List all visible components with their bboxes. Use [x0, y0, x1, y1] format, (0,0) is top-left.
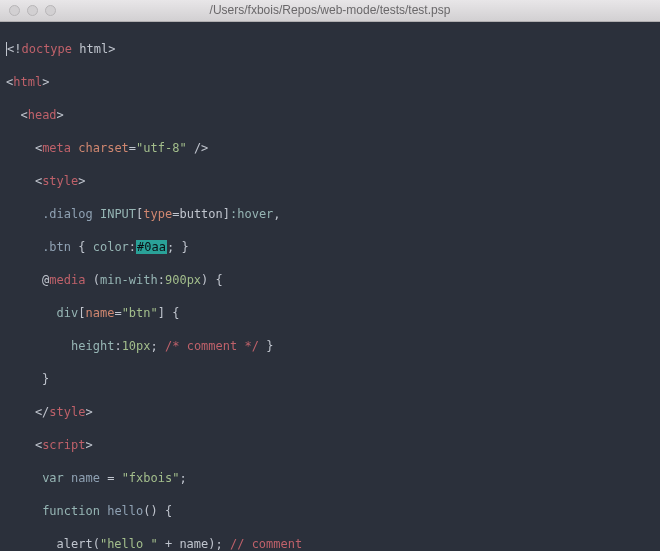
code-line: alert("hello " + name); // comment [6, 536, 654, 552]
code-line: div[name="btn"] { [6, 305, 654, 322]
code-line: .dialog INPUT[type=button]:hover, [6, 206, 654, 223]
traffic-lights [9, 5, 56, 16]
code-line: <html> [6, 74, 654, 91]
code-line: function hello() { [6, 503, 654, 520]
code-line: <!doctype html> [6, 41, 654, 58]
window-title: /Users/fxbois/Repos/web-mode/tests/test.… [8, 2, 652, 19]
close-icon[interactable] [9, 5, 20, 16]
code-line: var name = "fxbois"; [6, 470, 654, 487]
zoom-icon[interactable] [45, 5, 56, 16]
code-line: <meta charset="utf-8" /> [6, 140, 654, 157]
code-line: height:10px; /* comment */ } [6, 338, 654, 355]
code-line: } [6, 371, 654, 388]
code-line: <head> [6, 107, 654, 124]
code-line: .btn { color:#0aa; } [6, 239, 654, 256]
editor-area[interactable]: <!doctype html> <html> <head> <meta char… [0, 22, 660, 551]
minimize-icon[interactable] [27, 5, 38, 16]
code-line: <style> [6, 173, 654, 190]
code-line: </style> [6, 404, 654, 421]
code-line: <script> [6, 437, 654, 454]
code-line: @media (min-with:900px) { [6, 272, 654, 289]
window-titlebar: /Users/fxbois/Repos/web-mode/tests/test.… [0, 0, 660, 22]
